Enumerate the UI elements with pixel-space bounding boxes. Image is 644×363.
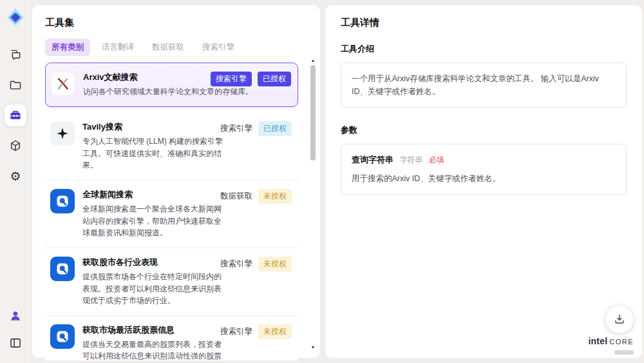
intel-wordmark: intel (588, 336, 607, 346)
category-badge: 搜索引擎 (211, 72, 252, 86)
tool-card-3[interactable]: 获取股市各行业表现提供股票市场各个行业在特定时间段内的表现。投资者可以利用这些信… (45, 248, 298, 316)
scrollbar-thumb[interactable] (310, 65, 316, 161)
sidebar-nav: ⚙ (5, 44, 26, 187)
status-badge: 未授权 (258, 257, 292, 271)
category-badge: 搜索引擎 (220, 326, 252, 337)
tool-description: 访问各个研究领域大量科学论文和文章的存储库。 (83, 86, 290, 98)
tool-description: 提供股票市场各个行业在特定时间段内的表现。投资者可以利用这些信息来识别表现优于或… (82, 271, 290, 307)
toolset-title: 工具集 (45, 17, 307, 29)
tool-description: 全球新闻搜索是一个聚合全球各大新闻网站内容的搜索引擎，帮助用户快速获取全球最新资… (82, 203, 290, 239)
tool-tags: 数据获取未授权 (220, 189, 292, 204)
tavily-icon (50, 121, 75, 146)
param-type: 字符串 (399, 155, 422, 164)
intel-sub-badge (614, 350, 634, 355)
params-title: 参数 (341, 124, 627, 136)
tool-tags: 搜索引擎已授权 (211, 72, 291, 86)
status-badge: 未授权 (258, 189, 292, 204)
scroll-down-icon[interactable]: ▼ (310, 345, 316, 350)
tab-1[interactable]: 语言翻译 (95, 39, 140, 56)
param-box: 查询字符串 字符串 必填 用于搜索的Arxiv ID、关键字或作者姓名。 (341, 144, 627, 195)
tab-2[interactable]: 数据获取 (146, 39, 191, 56)
app-logo-icon (6, 8, 25, 27)
tool-card-0[interactable]: Arxiv文献搜索访问各个研究领域大量科学论文和文章的存储库。搜索引擎已授权 (45, 63, 298, 107)
scroll-up-icon[interactable]: ▲ (310, 58, 316, 63)
param-desc: 用于搜索的Arxiv ID、关键字或作者姓名。 (352, 172, 616, 185)
category-badge: 数据获取 (220, 191, 252, 202)
arxiv-icon (51, 72, 75, 96)
intel-core-logo: intelCORE (588, 336, 634, 357)
tool-details-title: 工具详情 (341, 17, 627, 29)
tool-tags: 搜索引擎未授权 (220, 324, 292, 339)
tool-card-1[interactable]: Tavily搜索专为人工智能代理 (LLM) 构建的搜索引擎工具。可快速提供实时… (45, 113, 298, 181)
param-name: 查询字符串 (352, 155, 393, 164)
tool-card-2[interactable]: 全球新闻搜索全球新闻搜索是一个聚合全球各大新闻网站内容的搜索引擎，帮助用户快速获… (45, 181, 298, 248)
tool-description: 专为人工智能代理 (LLM) 构建的搜索引擎工具。可快速提供实时、准确和真实的结… (82, 135, 290, 172)
bluequery-icon (50, 189, 75, 213)
tab-0[interactable]: 所有类别 (45, 39, 90, 56)
status-badge: 未授权 (258, 324, 292, 339)
toolset-panel: 工具集 所有类别语言翻译数据获取搜索引擎 Arxiv文献搜索访问各个研究领域大量… (32, 5, 320, 358)
tool-tags: 搜索引擎已授权 (220, 121, 292, 136)
toolbox-icon[interactable] (5, 104, 26, 126)
param-header: 查询字符串 字符串 必填 (352, 153, 616, 167)
tool-list-scrollbar[interactable]: ▲ ▼ (310, 58, 316, 350)
category-tabs: 所有类别语言翻译数据获取搜索引擎 (45, 39, 307, 56)
chat-icon[interactable] (5, 44, 26, 66)
tool-card-4[interactable]: 获取市场最活跃股票信息提供当天交易量最高的股票列表，投资者可以利用这些信息来识别… (45, 316, 298, 360)
bluequery-icon (50, 324, 75, 349)
package-icon[interactable] (5, 135, 26, 157)
status-badge: 已授权 (258, 121, 292, 136)
tool-intro-box: 一个用于从Arxiv存储库搜索科学论文和文章的工具。 输入可以是Arxiv ID… (341, 63, 627, 108)
app-sidebar: ⚙ (0, 0, 31, 363)
tool-list: Arxiv文献搜索访问各个研究领域大量科学论文和文章的存储库。搜索引擎已授权Ta… (45, 63, 307, 360)
sidebar-bottom (5, 305, 26, 354)
tool-details-panel: 工具详情 工具介绍 一个用于从Arxiv存储库搜索科学论文和文章的工具。 输入可… (325, 5, 642, 358)
download-icon (613, 313, 626, 326)
status-badge: 已授权 (258, 72, 291, 86)
param-required-flag: 必填 (429, 155, 444, 164)
tab-3[interactable]: 搜索引擎 (196, 39, 241, 56)
download-button[interactable] (605, 305, 634, 333)
tool-description: 提供当天交易量最高的股票列表，投资者可以利用这些信息来识别流动性强的股票和潜在的… (82, 338, 290, 360)
core-wordmark: CORE (609, 338, 634, 346)
category-badge: 搜索引擎 (220, 123, 252, 134)
folder-icon[interactable] (5, 74, 26, 96)
user-avatar-icon[interactable] (5, 305, 26, 327)
category-badge: 搜索引擎 (220, 259, 252, 270)
tool-tags: 搜索引擎未授权 (220, 257, 292, 271)
bluequery-icon (50, 257, 75, 281)
tool-intro-title: 工具介绍 (341, 43, 627, 55)
settings-gear-icon[interactable]: ⚙ (5, 165, 26, 187)
panel-toggle-icon[interactable] (5, 332, 26, 354)
